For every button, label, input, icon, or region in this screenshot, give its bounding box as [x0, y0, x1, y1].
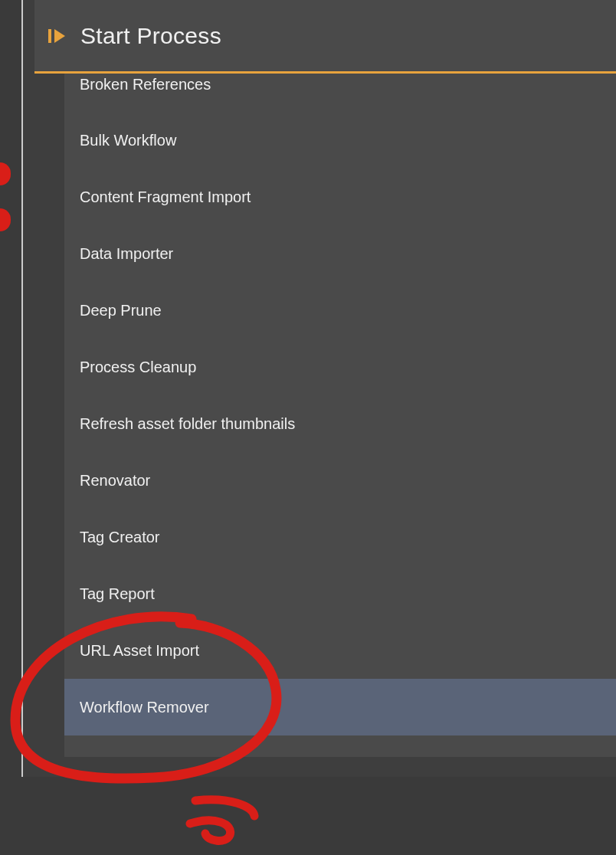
- process-item-label: Deep Prune: [80, 302, 162, 319]
- process-item-deep-prune[interactable]: Deep Prune: [64, 282, 616, 339]
- process-item-tag-report[interactable]: Tag Report: [64, 565, 616, 622]
- process-item-label: Refresh asset folder thumbnails: [80, 415, 295, 433]
- process-item-broken-references[interactable]: Broken References: [64, 74, 616, 112]
- process-item-label: Renovator: [80, 472, 150, 490]
- process-item-label: Tag Creator: [80, 529, 160, 546]
- process-item-workflow-remover[interactable]: Workflow Remover: [64, 679, 616, 735]
- process-item-label: Broken References: [80, 76, 211, 93]
- process-list-panel: Broken References Bulk Workflow Content …: [64, 74, 616, 757]
- process-item-label: URL Asset Import: [80, 642, 199, 660]
- svg-rect-0: [48, 29, 51, 43]
- process-item-label: Workflow Remover: [80, 699, 209, 716]
- page-title: Start Process: [80, 23, 221, 49]
- process-item-process-cleanup[interactable]: Process Cleanup: [64, 339, 616, 395]
- process-item-label: Data Importer: [80, 245, 173, 263]
- play-icon: [48, 27, 67, 45]
- process-item-url-asset-import[interactable]: URL Asset Import: [64, 622, 616, 679]
- process-item-label: Content Fragment Import: [80, 188, 251, 206]
- header-bar: Start Process: [34, 0, 616, 71]
- svg-marker-1: [54, 29, 65, 43]
- annotation-edge-mark: [0, 162, 11, 185]
- process-item-renovator[interactable]: Renovator: [64, 452, 616, 509]
- process-item-label: Process Cleanup: [80, 359, 196, 376]
- process-item-bulk-workflow[interactable]: Bulk Workflow: [64, 112, 616, 169]
- process-item-refresh-asset-thumbnails[interactable]: Refresh asset folder thumbnails: [64, 395, 616, 452]
- annotation-edge-mark: [0, 208, 11, 231]
- process-item-tag-creator[interactable]: Tag Creator: [64, 509, 616, 565]
- process-item-content-fragment-import[interactable]: Content Fragment Import: [64, 169, 616, 225]
- process-item-data-importer[interactable]: Data Importer: [64, 225, 616, 282]
- left-edge-divider: [21, 0, 23, 777]
- process-item-label: Bulk Workflow: [80, 132, 176, 149]
- process-item-label: Tag Report: [80, 585, 155, 603]
